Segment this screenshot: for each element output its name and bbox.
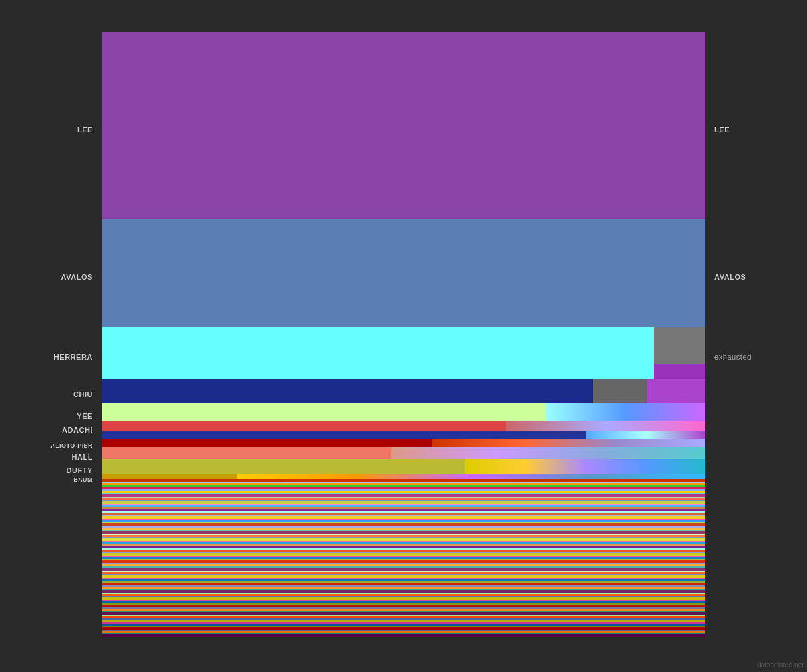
svg-rect-9	[102, 497, 705, 498]
svg-rect-80	[102, 627, 705, 630]
band-adachi-right	[506, 421, 705, 431]
band-secondary-blue	[102, 431, 705, 439]
label-chiu-left: CHIU	[73, 390, 93, 398]
svg-rect-78	[102, 624, 705, 626]
svg-rect-11	[102, 500, 705, 501]
band-alioto	[102, 439, 705, 447]
svg-rect-10	[102, 498, 705, 500]
svg-rect-79	[102, 626, 705, 627]
svg-rect-61	[102, 593, 705, 594]
svg-rect-2	[102, 483, 705, 485]
svg-rect-36	[102, 546, 705, 548]
band-baum-main	[102, 474, 237, 479]
svg-rect-22	[102, 520, 705, 522]
svg-rect-81	[102, 630, 705, 631]
band-chiu-grey	[593, 379, 647, 403]
band-yee	[102, 403, 705, 421]
svg-rect-73	[102, 615, 705, 616]
svg-rect-74	[102, 616, 705, 618]
svg-rect-63	[102, 596, 705, 597]
svg-rect-72	[102, 612, 705, 615]
svg-rect-38	[102, 550, 705, 552]
label-hall-left: HALL	[71, 453, 93, 461]
svg-rect-5	[102, 489, 705, 491]
label-exhausted-right: exhausted	[714, 353, 752, 361]
svg-rect-33	[102, 541, 705, 542]
waterfall-chart	[102, 32, 705, 637]
svg-rect-32	[102, 538, 705, 541]
svg-rect-3	[102, 485, 705, 487]
svg-rect-23	[102, 522, 705, 523]
svg-rect-66	[102, 601, 705, 603]
svg-rect-31	[102, 537, 705, 538]
svg-rect-69	[102, 607, 705, 609]
label-avalos-left: AVALOS	[61, 273, 93, 281]
svg-rect-13	[102, 504, 705, 505]
svg-rect-18	[102, 513, 705, 515]
svg-rect-24	[102, 523, 705, 526]
svg-rect-57	[102, 585, 705, 587]
svg-rect-39	[102, 552, 705, 553]
svg-rect-84	[102, 634, 705, 637]
stripes-svg	[102, 479, 705, 637]
svg-rect-15	[102, 507, 705, 509]
svg-rect-19	[102, 515, 705, 516]
svg-rect-29	[102, 534, 705, 535]
label-lee-right: LEE	[714, 126, 730, 134]
band-avalos	[102, 219, 705, 327]
svg-rect-59	[102, 589, 705, 590]
chart-container	[102, 32, 705, 637]
band-hall-right	[391, 447, 705, 459]
svg-rect-43	[102, 559, 705, 560]
band-adachi	[102, 421, 705, 431]
svg-rect-40	[102, 553, 705, 556]
svg-rect-52	[102, 575, 705, 578]
svg-rect-50	[102, 572, 705, 574]
svg-rect-8	[102, 494, 705, 497]
svg-rect-49	[102, 571, 705, 572]
svg-rect-75	[102, 618, 705, 620]
svg-rect-76	[102, 620, 705, 622]
label-adachi-left: ADACHI	[62, 426, 93, 434]
band-hall-salmon	[102, 447, 391, 459]
band-dufty	[102, 459, 705, 474]
band-chiu-purple	[647, 379, 705, 403]
svg-rect-45	[102, 563, 705, 564]
svg-rect-30	[102, 535, 705, 537]
svg-rect-60	[102, 590, 705, 593]
svg-rect-82	[102, 631, 705, 633]
svg-rect-16	[102, 509, 705, 511]
band-dufty-yellow	[102, 459, 465, 474]
svg-rect-67	[102, 603, 705, 605]
svg-rect-20	[102, 516, 705, 519]
band-herrera	[102, 327, 705, 379]
band-herrera-purple	[654, 364, 705, 379]
svg-rect-34	[102, 542, 705, 544]
band-baum-right	[237, 474, 705, 479]
svg-rect-4	[102, 487, 705, 489]
band-alioto-right	[432, 439, 705, 447]
label-baum-left: BAUM	[73, 476, 93, 483]
svg-rect-70	[102, 609, 705, 611]
label-herrera-left: HERRERA	[54, 353, 93, 361]
svg-rect-7	[102, 493, 705, 494]
left-labels: LEE AVALOS HERRERA CHIU YEE ADACHI ALIOT…	[0, 32, 100, 637]
svg-rect-77	[102, 622, 705, 624]
label-dufty-left: DUFTY	[67, 466, 93, 474]
right-labels: LEE AVALOS exhausted	[707, 32, 807, 637]
watermark: datapointed.net	[757, 661, 804, 669]
label-yee-left: YEE	[77, 412, 93, 420]
band-yee-green	[102, 403, 546, 421]
svg-rect-65	[102, 600, 705, 601]
svg-rect-58	[102, 587, 705, 589]
band-baum	[102, 474, 705, 479]
svg-rect-25	[102, 526, 705, 528]
svg-rect-83	[102, 633, 705, 634]
svg-rect-51	[102, 574, 705, 575]
svg-rect-56	[102, 583, 705, 585]
band-dufty-right	[465, 459, 705, 474]
band-herrera-grey	[654, 327, 705, 364]
svg-rect-6	[102, 491, 705, 493]
band-hall	[102, 447, 705, 459]
svg-rect-71	[102, 611, 705, 612]
